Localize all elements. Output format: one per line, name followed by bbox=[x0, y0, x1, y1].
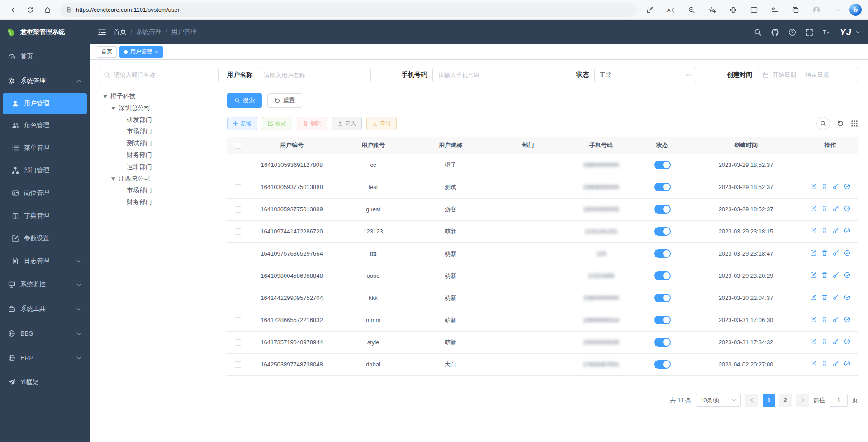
tree-node[interactable]: 市场部门 bbox=[99, 126, 219, 138]
reset-password-icon[interactable] bbox=[833, 250, 839, 256]
sidebar-item[interactable]: BBS bbox=[0, 321, 90, 346]
status-select[interactable]: 正常 bbox=[594, 68, 696, 82]
sidebar-item[interactable]: 系统工具 bbox=[0, 297, 90, 321]
reset-password-icon[interactable] bbox=[833, 205, 839, 212]
sidebar-toggle-icon[interactable] bbox=[98, 28, 106, 37]
sidebar-item[interactable]: 角色管理 bbox=[0, 114, 90, 137]
assign-role-icon[interactable] bbox=[844, 250, 850, 256]
edit-icon[interactable] bbox=[810, 316, 816, 323]
row-checkbox[interactable] bbox=[235, 273, 241, 279]
select-all-checkbox[interactable] bbox=[235, 143, 241, 149]
assign-role-icon[interactable] bbox=[844, 361, 850, 367]
delete-icon[interactable] bbox=[821, 272, 828, 278]
font-size-icon[interactable]: TT bbox=[823, 29, 830, 36]
edit-icon[interactable] bbox=[810, 272, 816, 278]
back-icon[interactable] bbox=[5, 3, 22, 17]
tree-node[interactable]: 测试部门 bbox=[99, 138, 219, 149]
toolbar-button[interactable]: 新增 bbox=[227, 117, 257, 130]
sidebar-item[interactable]: 系统监控 bbox=[0, 272, 90, 297]
edit-icon[interactable] bbox=[810, 250, 816, 256]
toolbar-button[interactable]: 修改 bbox=[262, 117, 292, 130]
assign-role-icon[interactable] bbox=[844, 272, 850, 278]
address-bar[interactable]: https://ccnetcore.com:1101/system/user bbox=[60, 3, 636, 17]
sidebar-item[interactable]: 岗位管理 bbox=[0, 182, 90, 204]
assign-role-icon[interactable] bbox=[844, 294, 850, 300]
avatar[interactable]: YJ bbox=[840, 27, 852, 38]
sidebar-item[interactable]: Yi框架 bbox=[0, 370, 90, 394]
show-search-button[interactable] bbox=[816, 117, 830, 130]
reset-password-icon[interactable] bbox=[833, 316, 839, 323]
status-toggle[interactable] bbox=[654, 271, 671, 280]
column-settings-icon[interactable] bbox=[851, 120, 858, 127]
refresh-table-icon[interactable] bbox=[837, 120, 844, 127]
status-toggle[interactable] bbox=[654, 205, 671, 214]
search-icon[interactable] bbox=[754, 29, 762, 36]
tree-node[interactable]: 研发部门 bbox=[99, 114, 219, 126]
caret-down-icon[interactable] bbox=[103, 95, 108, 99]
tree-node[interactable]: 运维部门 bbox=[99, 161, 219, 173]
row-checkbox[interactable] bbox=[235, 184, 241, 190]
next-page-button[interactable] bbox=[796, 394, 809, 407]
edit-icon[interactable] bbox=[810, 294, 816, 300]
status-toggle[interactable] bbox=[654, 360, 671, 369]
fullscreen-icon[interactable] bbox=[806, 29, 813, 36]
row-checkbox[interactable] bbox=[235, 339, 241, 346]
reset-password-icon[interactable] bbox=[833, 361, 839, 367]
sidebar-item[interactable]: 系统管理 bbox=[0, 69, 90, 93]
delete-icon[interactable] bbox=[821, 361, 828, 367]
page-button[interactable]: 1 bbox=[763, 394, 775, 407]
username-input[interactable] bbox=[258, 68, 371, 82]
github-icon[interactable] bbox=[771, 29, 779, 36]
assign-role-icon[interactable] bbox=[844, 183, 850, 190]
close-icon[interactable]: × bbox=[155, 49, 158, 55]
more-icon[interactable] bbox=[827, 3, 848, 17]
view-tab[interactable]: 用户管理 × bbox=[119, 46, 163, 58]
reset-button[interactable]: 重置 bbox=[267, 93, 302, 108]
refresh-icon[interactable] bbox=[22, 3, 39, 17]
row-checkbox[interactable] bbox=[235, 162, 241, 168]
favorites-bar-icon[interactable] bbox=[764, 3, 785, 17]
row-checkbox[interactable] bbox=[235, 317, 241, 323]
delete-icon[interactable] bbox=[821, 294, 828, 300]
sidebar-item[interactable]: 日志管理 bbox=[0, 250, 90, 272]
sidebar-item[interactable]: 部门管理 bbox=[0, 159, 90, 182]
status-toggle[interactable] bbox=[654, 316, 671, 324]
edit-icon[interactable] bbox=[810, 183, 816, 190]
reset-password-icon[interactable] bbox=[833, 183, 839, 190]
page-size-select[interactable]: 10条/页 bbox=[696, 394, 741, 407]
status-toggle[interactable] bbox=[654, 161, 671, 169]
assign-role-icon[interactable] bbox=[844, 338, 850, 345]
profile-icon[interactable] bbox=[806, 3, 827, 17]
status-toggle[interactable] bbox=[654, 227, 671, 236]
reset-password-icon[interactable] bbox=[833, 294, 839, 300]
dept-search-input[interactable]: 请输入部门名称 bbox=[99, 68, 219, 82]
status-toggle[interactable] bbox=[654, 338, 671, 347]
read-aloud-icon[interactable]: A bbox=[660, 3, 681, 17]
zoom-out-icon[interactable] bbox=[681, 3, 702, 17]
edit-icon[interactable] bbox=[810, 361, 816, 367]
goto-page-input[interactable] bbox=[830, 394, 848, 407]
tree-node[interactable]: 橙子科技 bbox=[99, 90, 219, 102]
tree-node[interactable]: 江西总公司 bbox=[99, 173, 219, 185]
row-checkbox[interactable] bbox=[235, 228, 241, 235]
delete-icon[interactable] bbox=[821, 228, 828, 234]
status-toggle[interactable] bbox=[654, 183, 671, 191]
favorite-add-icon[interactable] bbox=[702, 3, 723, 17]
tree-node[interactable]: 深圳总公司 bbox=[99, 102, 219, 114]
search-button[interactable]: 搜索 bbox=[227, 93, 262, 108]
site-info-icon[interactable] bbox=[66, 7, 72, 13]
breadcrumb-system[interactable]: 系统管理 bbox=[136, 28, 161, 36]
prev-page-button[interactable] bbox=[745, 394, 758, 407]
row-checkbox[interactable] bbox=[235, 361, 241, 368]
toolbar-button[interactable]: 删除 bbox=[297, 117, 327, 130]
delete-icon[interactable] bbox=[821, 338, 828, 345]
delete-icon[interactable] bbox=[821, 183, 828, 190]
sidebar-item[interactable]: ERP bbox=[0, 346, 90, 370]
page-button[interactable]: 2 bbox=[779, 394, 792, 407]
caret-down-icon[interactable] bbox=[111, 106, 116, 110]
edit-icon[interactable] bbox=[810, 228, 816, 234]
phone-input[interactable] bbox=[432, 68, 545, 82]
delete-icon[interactable] bbox=[821, 250, 828, 256]
view-tab[interactable]: 首页 × bbox=[97, 46, 117, 58]
row-checkbox[interactable] bbox=[235, 251, 241, 257]
